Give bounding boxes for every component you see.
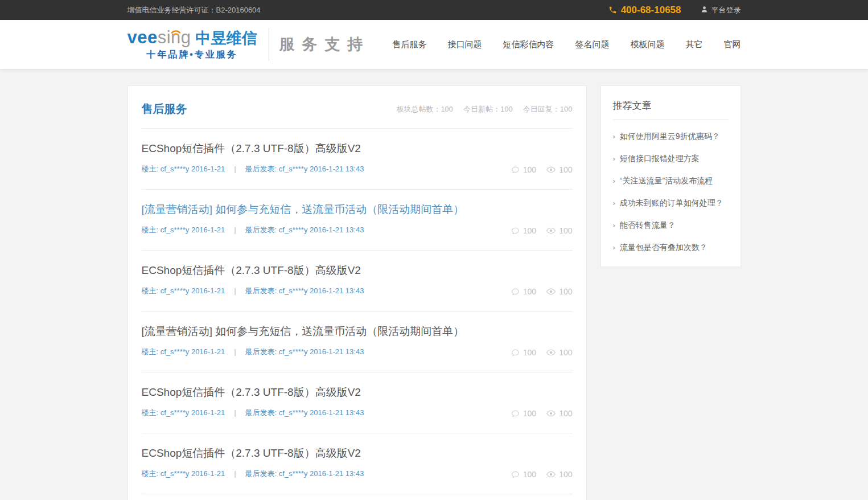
nav-item-official-site[interactable]: 官网 (724, 39, 741, 50)
view-count: 100 (546, 409, 572, 418)
wifi-icon (169, 21, 183, 39)
thread-row: ECShop短信插件（2.7.3 UTF-8版）高级版V2 楼主: cf_s**… (142, 494, 573, 500)
thread-author[interactable]: 楼主: cf_s****y 2016-1-21 (142, 469, 225, 478)
eye-icon (546, 349, 556, 356)
chevron-right-icon: › (613, 154, 615, 164)
phone-link[interactable]: 400-68-10658 (608, 5, 681, 16)
thread-last-reply[interactable]: 最后发表: cf_s****y 2016-1-21 13:43 (245, 469, 364, 478)
thread-meta: 楼主: cf_s****y 2016-1-21|最后发表: cf_s****y … (142, 225, 573, 235)
view-count: 100 (546, 348, 572, 357)
thread-row: [流量营销活动] 如何参与充短信，送流量币活动（限活动期间首单） 楼主: cf_… (142, 190, 573, 251)
platform-login-label: 平台登录 (711, 5, 741, 15)
thread-title[interactable]: ECShop短信插件（2.7.3 UTF-8版）高级版V2 (142, 446, 573, 461)
article-item[interactable]: ›能否转售流量？ (613, 214, 729, 236)
meta-separator: | (234, 165, 236, 173)
thread-last-reply[interactable]: 最后发表: cf_s****y 2016-1-21 13:43 (245, 347, 364, 356)
view-count: 100 (546, 470, 572, 479)
chevron-right-icon: › (613, 198, 615, 208)
phone-number: 400-68-10658 (621, 5, 681, 16)
article-item[interactable]: ›“关注送流量”活动发布流程 (613, 170, 729, 192)
nav-item-signature-issues[interactable]: 签名问题 (575, 39, 610, 50)
article-link: 短信接口报错处理方案 (620, 153, 700, 163)
site-title: 服务支持 (279, 34, 371, 55)
nav-item-sms-mms-content[interactable]: 短信彩信内容 (503, 39, 554, 50)
stat-replies-today: 今日回复：100 (523, 104, 573, 114)
article-item[interactable]: ›短信接口报错处理方案 (613, 147, 729, 170)
view-count: 100 (546, 287, 572, 296)
license-text: 增值电信业务经营许可证：B2-20160604 (127, 5, 261, 15)
thread-last-reply[interactable]: 最后发表: cf_s****y 2016-1-21 13:43 (245, 165, 364, 173)
nav-item-aftersales[interactable]: 售后服务 (393, 39, 427, 50)
meta-separator: | (234, 286, 236, 295)
view-count: 100 (546, 165, 572, 174)
article-link: 能否转售流量？ (620, 220, 676, 230)
article-link: 如何使用阿里云9折优惠码？ (620, 131, 720, 141)
chevron-right-icon: › (613, 132, 615, 142)
nav-item-api-issues[interactable]: 接口问题 (448, 39, 482, 50)
thread-row: ECShop短信插件（2.7.3 UTF-8版）高级版V2 楼主: cf_s**… (142, 372, 573, 433)
article-list: ›如何使用阿里云9折优惠码？ ›短信接口报错处理方案 ›“关注送流量”活动发布流… (613, 120, 729, 261)
thread-title[interactable]: ECShop短信插件（2.7.3 UTF-8版）高级版V2 (142, 141, 573, 156)
reply-count: 100 (511, 165, 536, 174)
thread-author[interactable]: 楼主: cf_s****y 2016-1-21 (142, 408, 225, 417)
chevron-right-icon: › (613, 176, 615, 186)
thread-meta: 楼主: cf_s****y 2016-1-21|最后发表: cf_s****y … (142, 164, 573, 174)
thread-title[interactable]: [流量营销活动] 如何参与充短信，送流量币活动（限活动期间首单） (142, 324, 573, 339)
comment-icon (511, 470, 520, 479)
thread-author[interactable]: 楼主: cf_s****y 2016-1-21 (142, 286, 225, 295)
stat-new-posts-today: 今日新帖：100 (463, 104, 513, 114)
thread-title[interactable]: ECShop短信插件（2.7.3 UTF-8版）高级版V2 (142, 385, 573, 400)
thread-meta: 楼主: cf_s****y 2016-1-21|最后发表: cf_s****y … (142, 286, 573, 296)
thread-last-reply[interactable]: 最后发表: cf_s****y 2016-1-21 13:43 (245, 226, 364, 234)
comment-icon (511, 349, 520, 357)
nav-item-other[interactable]: 其它 (686, 39, 703, 50)
reply-count: 100 (511, 226, 536, 235)
article-item[interactable]: ›如何使用阿里云9折优惠码？ (613, 125, 729, 147)
thread-author[interactable]: 楼主: cf_s****y 2016-1-21 (142, 347, 225, 356)
thread-row: ECShop短信插件（2.7.3 UTF-8版）高级版V2 楼主: cf_s**… (142, 251, 573, 312)
thread-title[interactable]: ECShop短信插件（2.7.3 UTF-8版）高级版V2 (142, 263, 573, 278)
thread-meta: 楼主: cf_s****y 2016-1-21|最后发表: cf_s****y … (142, 408, 573, 418)
main-nav: 售后服务 接口问题 短信彩信内容 签名问题 模板问题 其它 官网 (393, 39, 741, 50)
thread-author[interactable]: 楼主: cf_s****y 2016-1-21 (142, 165, 225, 173)
eye-icon (546, 166, 556, 173)
site-header: veesing中昱维信 十年品牌•专业服务 服务支持 售后服务 接口问题 短信彩… (0, 20, 868, 69)
board-title: 售后服务 (142, 101, 187, 117)
meta-separator: | (234, 226, 236, 234)
logo-slogan: 十年品牌•专业服务 (127, 49, 257, 61)
logo[interactable]: veesing中昱维信 十年品牌•专业服务 (127, 28, 257, 61)
stat-total-posts: 板块总帖数：100 (396, 104, 453, 114)
article-link: “关注送流量”活动发布流程 (620, 175, 713, 186)
comment-icon (511, 288, 520, 296)
nav-item-template-issues[interactable]: 模板问题 (631, 39, 665, 50)
thread-author[interactable]: 楼主: cf_s****y 2016-1-21 (142, 226, 225, 234)
view-count: 100 (546, 226, 572, 235)
topbar: 增值电信业务经营许可证：B2-20160604 400-68-10658 平台登… (0, 0, 868, 20)
article-link: 成功未到账的订单如何处理？ (620, 198, 723, 208)
article-item[interactable]: ›成功未到账的订单如何处理？ (613, 192, 729, 214)
board-stats: 板块总帖数：100 今日新帖：100 今日回复：100 (396, 104, 572, 114)
recommended-articles-panel: 推荐文章 ›如何使用阿里云9折优惠码？ ›短信接口报错处理方案 ›“关注送流量”… (600, 85, 741, 267)
forum-board-panel: 售后服务 板块总帖数：100 今日新帖：100 今日回复：100 ECShop短… (127, 85, 587, 500)
logo-text-vee: vee (127, 27, 158, 47)
article-link: 流量包是否有叠加次数？ (620, 242, 707, 252)
platform-login-link[interactable]: 平台登录 (701, 5, 741, 15)
comment-icon (511, 227, 520, 235)
thread-last-reply[interactable]: 最后发表: cf_s****y 2016-1-21 13:43 (245, 286, 364, 295)
article-item[interactable]: ›流量包是否有叠加次数？ (613, 236, 729, 259)
header-divider (269, 28, 269, 61)
thread-row: ECShop短信插件（2.7.3 UTF-8版）高级版V2 楼主: cf_s**… (142, 129, 573, 190)
reply-count: 100 (511, 470, 536, 479)
comment-icon (511, 409, 520, 418)
thread-title[interactable]: [流量营销活动] 如何参与充短信，送流量币活动（限活动期间首单） (142, 202, 573, 217)
eye-icon (546, 471, 556, 478)
chevron-right-icon: › (613, 220, 615, 231)
thread-row: [流量营销活动] 如何参与充短信，送流量币活动（限活动期间首单） 楼主: cf_… (142, 312, 573, 372)
thread-meta: 楼主: cf_s****y 2016-1-21|最后发表: cf_s****y … (142, 469, 573, 479)
comment-icon (511, 166, 520, 174)
thread-last-reply[interactable]: 最后发表: cf_s****y 2016-1-21 13:43 (245, 408, 364, 417)
reply-count: 100 (511, 287, 536, 296)
logo-text-cn: 中昱维信 (196, 30, 257, 47)
recommended-articles-title: 推荐文章 (613, 86, 729, 120)
thread-row: ECShop短信插件（2.7.3 UTF-8版）高级版V2 楼主: cf_s**… (142, 433, 573, 494)
